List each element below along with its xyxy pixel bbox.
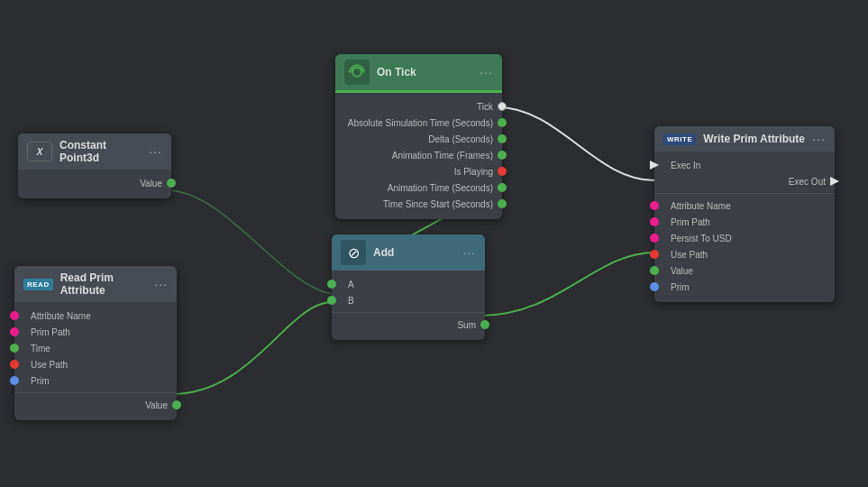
port-time-since: Time Since Start (Seconds)	[335, 196, 502, 212]
ontick-menu[interactable]: ···	[480, 65, 493, 79]
port-time-since-dot[interactable]	[498, 199, 507, 208]
read-node: READ Read Prim Attribute ··· Attribute N…	[14, 266, 177, 420]
write-body: Exec In Exec Out Attribute Name Prim Pat…	[654, 152, 835, 302]
add-header: ⊘ Add ···	[332, 234, 485, 271]
write-menu[interactable]: ···	[812, 132, 826, 146]
add-title: Add	[373, 246, 455, 259]
port-sum-dot[interactable]	[480, 320, 489, 329]
port-persist-write: Persist To USD	[654, 230, 835, 246]
ontick-title: On Tick	[377, 66, 472, 78]
read-badge: READ	[23, 279, 53, 290]
ontick-header: On Tick ···	[335, 54, 502, 90]
ontick-node: On Tick ··· Tick Absolute Simulation Tim…	[335, 54, 502, 219]
port-is-playing: Is Playing	[335, 163, 502, 179]
write-header: WRITE Write Prim Attribute ···	[654, 126, 835, 152]
port-use-path-write-dot[interactable]	[650, 250, 659, 259]
ontick-body: Tick Absolute Simulation Time (Seconds) …	[335, 93, 502, 219]
port-anim-sec-dot[interactable]	[498, 183, 507, 192]
port-b-add: B	[332, 292, 485, 308]
constant-menu[interactable]: ···	[149, 144, 162, 159]
constant-title: Constant Point3d	[59, 139, 142, 164]
port-abs-sim: Absolute Simulation Time (Seconds)	[335, 115, 502, 131]
port-value-write-dot[interactable]	[650, 266, 659, 275]
port-anim-frames-dot[interactable]	[498, 151, 507, 160]
write-node: WRITE Write Prim Attribute ··· Exec In E…	[654, 126, 835, 302]
port-is-playing-dot[interactable]	[498, 167, 507, 176]
add-body: A B Sum	[332, 271, 485, 340]
port-exec-out-arrow[interactable]	[830, 177, 839, 186]
port-abs-dot[interactable]	[498, 118, 507, 127]
constant-body: Value	[18, 170, 171, 198]
add-menu[interactable]: ···	[462, 245, 476, 260]
port-prim-read: Prim	[14, 372, 177, 389]
port-anim-frames: Animation Time (Frames)	[335, 147, 502, 163]
port-delta-dot[interactable]	[498, 134, 507, 143]
read-title: Read Prim Attribute	[60, 271, 148, 297]
port-prim-path-write: Prim Path	[654, 214, 835, 230]
port-value-read: Value	[14, 397, 177, 413]
port-sum-add: Sum	[332, 317, 485, 333]
port-time-read: Time	[14, 340, 177, 356]
port-value-write: Value	[654, 262, 835, 279]
read-header: READ Read Prim Attribute ···	[14, 266, 177, 302]
port-prim-path-write-dot[interactable]	[650, 217, 659, 226]
port-prim-read-dot[interactable]	[10, 376, 19, 385]
port-a-add: A	[332, 276, 485, 292]
port-value-const-dot[interactable]	[167, 179, 176, 188]
port-anim-sec: Animation Time (Seconds)	[335, 179, 502, 196]
read-body: Attribute Name Prim Path Time Use Path P…	[14, 302, 177, 420]
port-exec-in-arrow[interactable]	[650, 161, 659, 170]
port-attr-name-read-dot[interactable]	[10, 311, 19, 320]
port-attr-name-write-dot[interactable]	[650, 201, 659, 210]
write-title: Write Prim Attribute	[703, 133, 805, 145]
port-attr-name-read: Attribute Name	[14, 308, 177, 324]
port-prim-path-read: Prim Path	[14, 324, 177, 340]
port-prim-write: Prim	[654, 279, 835, 295]
add-icon: ⊘	[341, 240, 366, 265]
port-prim-write-dot[interactable]	[650, 282, 659, 291]
port-delta: Delta (Seconds)	[335, 131, 502, 147]
port-attr-name-write: Attribute Name	[654, 198, 835, 214]
port-time-read-dot[interactable]	[10, 344, 19, 353]
port-use-path-read-dot[interactable]	[10, 360, 19, 369]
read-menu[interactable]: ···	[154, 277, 168, 291]
port-exec-in: Exec In	[654, 157, 835, 173]
port-use-path-read: Use Path	[14, 356, 177, 372]
port-value-read-dot[interactable]	[172, 400, 181, 409]
port-exec-out: Exec Out	[654, 173, 835, 189]
port-tick-dot[interactable]	[498, 102, 507, 111]
add-node: ⊘ Add ··· A B Sum	[332, 234, 485, 340]
write-badge: WRITE	[663, 133, 696, 145]
port-a-dot[interactable]	[327, 280, 336, 289]
port-b-dot[interactable]	[327, 296, 336, 305]
constant-node: X Constant Point3d ··· Value	[18, 133, 171, 198]
port-tick: Tick	[335, 98, 502, 115]
port-prim-path-read-dot[interactable]	[10, 327, 19, 336]
ontick-icon	[344, 60, 370, 85]
port-value-const: Value	[18, 175, 171, 191]
constant-header: X Constant Point3d ···	[18, 133, 171, 170]
port-use-path-write: Use Path	[654, 246, 835, 262]
port-persist-write-dot[interactable]	[650, 234, 659, 243]
constant-icon: X	[27, 142, 52, 161]
